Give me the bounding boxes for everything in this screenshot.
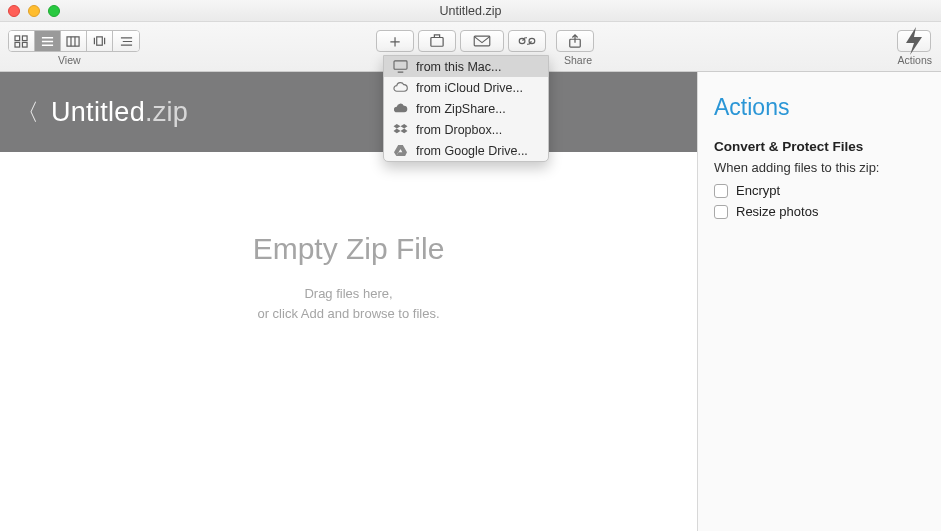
- empty-title: Empty Zip File: [0, 232, 697, 266]
- checkbox-resize[interactable]: [714, 205, 728, 219]
- menu-item-label: from Dropbox...: [416, 123, 502, 137]
- menu-item-from-gdrive[interactable]: from Google Drive...: [384, 140, 548, 161]
- file-title: Untitled.zip: [51, 97, 188, 128]
- sidebar-subtitle: When adding files to this zip:: [714, 160, 925, 175]
- window-title: Untitled.zip: [0, 4, 941, 18]
- view-coverflow-button[interactable]: [87, 31, 113, 51]
- menu-item-from-dropbox[interactable]: from Dropbox...: [384, 119, 548, 140]
- minimize-window-button[interactable]: [28, 5, 40, 17]
- svg-rect-21: [394, 61, 407, 69]
- checkbox-encrypt[interactable]: [714, 184, 728, 198]
- file-extension: .zip: [145, 97, 188, 127]
- view-label: View: [58, 54, 81, 66]
- menu-item-from-icloud[interactable]: from iCloud Drive...: [384, 77, 548, 98]
- share-icon: [566, 34, 584, 48]
- file-header: 〈 Untitled.zip: [0, 72, 697, 152]
- svg-rect-1: [22, 35, 27, 40]
- svg-point-18: [519, 38, 525, 43]
- empty-hint-1: Drag files here,: [0, 284, 697, 304]
- gdrive-icon: [392, 144, 408, 158]
- view-details-button[interactable]: [113, 31, 139, 51]
- view-list-button[interactable]: [35, 31, 61, 51]
- option-label: Encrypt: [736, 183, 780, 198]
- archive-icon: [428, 34, 446, 48]
- view-icons-button[interactable]: [9, 31, 35, 51]
- close-window-button[interactable]: [8, 5, 20, 17]
- menu-item-label: from Google Drive...: [416, 144, 528, 158]
- svg-rect-16: [431, 38, 443, 47]
- window-controls: [8, 5, 60, 17]
- option-encrypt[interactable]: Encrypt: [714, 183, 925, 198]
- svg-rect-2: [15, 42, 20, 47]
- menu-item-from-mac[interactable]: from this Mac...: [384, 56, 548, 77]
- empty-hint-2: or click Add and browse to files.: [0, 304, 697, 324]
- svg-rect-17: [474, 36, 490, 46]
- zoom-window-button[interactable]: [48, 5, 60, 17]
- main-panel: 〈 Untitled.zip Empty Zip File Drag files…: [0, 72, 697, 531]
- view-columns-button[interactable]: [61, 31, 87, 51]
- file-name: Untitled: [51, 97, 145, 127]
- svg-rect-0: [15, 35, 20, 40]
- sidebar-title: Actions: [714, 94, 925, 121]
- monitor-icon: [392, 60, 408, 74]
- menu-item-label: from iCloud Drive...: [416, 81, 523, 95]
- svg-rect-10: [97, 36, 103, 44]
- menu-item-from-zipshare[interactable]: from ZipShare...: [384, 98, 548, 119]
- email-button[interactable]: [460, 30, 504, 52]
- link-icon: [518, 34, 536, 48]
- option-label: Resize photos: [736, 204, 818, 219]
- add-button[interactable]: ＋: [376, 30, 414, 52]
- svg-rect-3: [22, 42, 27, 47]
- menu-item-label: from this Mac...: [416, 60, 501, 74]
- share-button[interactable]: [556, 30, 594, 52]
- back-chevron-icon[interactable]: 〈: [16, 97, 39, 128]
- link-button[interactable]: [508, 30, 546, 52]
- cloud-solid-icon: [392, 102, 408, 116]
- add-from-menu: from this Mac... from iCloud Drive... fr…: [383, 55, 549, 162]
- dropbox-icon: [392, 123, 408, 137]
- share-label: Share: [564, 54, 592, 66]
- actions-sidebar: Actions Convert & Protect Files When add…: [697, 72, 941, 531]
- actions-button[interactable]: [897, 30, 931, 52]
- cloud-outline-icon: [392, 81, 408, 95]
- actions-label: Actions: [898, 54, 932, 66]
- titlebar: Untitled.zip: [0, 0, 941, 22]
- mail-icon: [473, 34, 491, 48]
- sidebar-section-title: Convert & Protect Files: [714, 139, 925, 154]
- plus-icon: ＋: [386, 32, 404, 50]
- empty-state: Empty Zip File Drag files here, or click…: [0, 232, 697, 324]
- zip-button[interactable]: [418, 30, 456, 52]
- svg-point-19: [529, 38, 535, 43]
- menu-item-label: from ZipShare...: [416, 102, 506, 116]
- toolbar-center-group: ＋: [376, 30, 594, 52]
- view-mode-group: [8, 30, 140, 52]
- lightning-icon: [898, 25, 930, 57]
- svg-rect-7: [67, 36, 79, 45]
- option-resize[interactable]: Resize photos: [714, 204, 925, 219]
